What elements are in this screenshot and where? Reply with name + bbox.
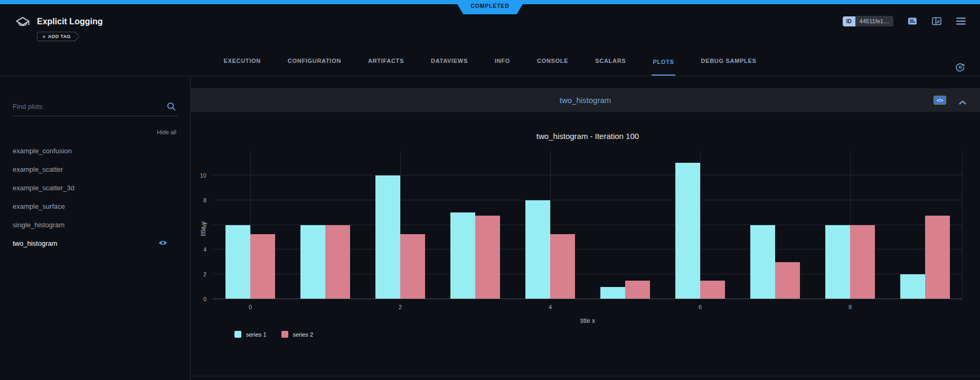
- plus-icon: +: [42, 33, 46, 40]
- bar-group-6: 6: [663, 151, 738, 299]
- add-tag-label: ADD TAG: [48, 34, 71, 39]
- bar-series2-x9[interactable]: [925, 216, 950, 299]
- y-tick-label: 6: [203, 222, 206, 228]
- details-panel-icon[interactable]: [931, 16, 942, 26]
- bar-group-5: [588, 151, 663, 299]
- sidebar-item-label: two_histogram: [13, 239, 58, 247]
- bar-series1-x7[interactable]: [750, 225, 775, 300]
- x-tick-label: 4: [549, 304, 552, 310]
- y-tick-label: 4: [203, 246, 206, 253]
- bar-series2-x1[interactable]: [325, 225, 350, 300]
- bar-series2-x0[interactable]: [250, 234, 275, 299]
- sidebar-item-two_histogram[interactable]: two_histogram: [0, 234, 190, 253]
- hide-all-button[interactable]: Hide all: [157, 129, 176, 135]
- bar-group-4: 4: [513, 151, 588, 299]
- experiment-id[interactable]: ID 44511fe1…: [843, 16, 893, 26]
- bar-group-8: 8: [813, 151, 888, 299]
- tab-info[interactable]: INFO: [494, 58, 511, 76]
- status-badge: COMPLETED: [455, 0, 525, 14]
- legend-label: series 1: [246, 331, 267, 338]
- chart-title: two_histogram - Iteration 100: [213, 132, 963, 141]
- y-tick-label: 0: [203, 296, 206, 302]
- sidebar-item-example_scatter[interactable]: example_scatter: [0, 160, 190, 179]
- sidebar-item-label: example_scatter: [13, 165, 63, 173]
- tab-dataviews[interactable]: DATAVIEWS: [430, 58, 469, 76]
- sidebar-item-label: example_surface: [13, 202, 65, 210]
- legend-item-series1[interactable]: series 1: [234, 331, 267, 338]
- bar-group-1: [288, 151, 363, 299]
- bar-series2-x4[interactable]: [550, 234, 575, 299]
- bar-group-7: [738, 151, 813, 299]
- plot-panel-title: two_histogram: [560, 96, 611, 105]
- tab-artifacts[interactable]: ARTIFACTS: [367, 58, 405, 76]
- legend-label: series 2: [293, 331, 314, 338]
- x-tick-label: 0: [249, 304, 252, 310]
- bar-groups: 02468: [213, 151, 963, 299]
- bar-series2-x8[interactable]: [850, 225, 875, 300]
- gridline-vertical: [700, 151, 701, 299]
- y-tick-label: 10: [200, 172, 206, 179]
- legend-swatch: [234, 331, 241, 338]
- plot-panel-header: two_histogram </>: [191, 88, 980, 112]
- sidebar-item-label: example_scatter_3d: [13, 184, 74, 192]
- bar-series1-x1[interactable]: [300, 225, 325, 300]
- tab-plots[interactable]: PLOTS: [652, 59, 675, 76]
- bar-series1-x0[interactable]: [225, 225, 250, 300]
- bar-series2-x7[interactable]: [775, 262, 800, 299]
- bar-series1-x9[interactable]: [900, 274, 925, 299]
- bar-group-2: 2: [363, 151, 438, 299]
- embed-code-icon[interactable]: </>: [934, 96, 946, 105]
- id-badge: ID: [843, 16, 855, 26]
- menu-icon[interactable]: [956, 17, 966, 25]
- bar-group-9: [888, 151, 963, 299]
- bar-series1-x6[interactable]: [675, 163, 700, 299]
- tab-scalars[interactable]: SCALARS: [594, 58, 627, 76]
- comments-icon[interactable]: [907, 16, 918, 26]
- bar-group-3: [438, 151, 513, 299]
- tab-execution[interactable]: EXECUTION: [222, 58, 261, 76]
- eye-icon[interactable]: [158, 239, 167, 248]
- chart-legend: series 1series 2: [234, 331, 313, 338]
- bar-series2-x2[interactable]: [400, 234, 425, 299]
- x-tick-label: 2: [399, 304, 402, 310]
- bar-series2-x6[interactable]: [700, 281, 725, 299]
- bar-series1-x2[interactable]: [375, 175, 400, 299]
- gridline-horizontal: [213, 175, 963, 175]
- legend-item-series2[interactable]: series 2: [281, 331, 314, 338]
- sidebar-item-example_confusion[interactable]: example_confusion: [0, 142, 190, 160]
- plots-sidebar: Hide all example_confusionexample_scatte…: [0, 76, 191, 380]
- bar-series1-x3[interactable]: [450, 212, 475, 299]
- bar-series2-x3[interactable]: [475, 216, 500, 299]
- tab-bar: EXECUTIONCONFIGURATIONARTIFACTSDATAVIEWS…: [0, 47, 980, 76]
- sidebar-item-single_histogram[interactable]: single_histogram: [0, 216, 190, 234]
- experiment-title: Explicit Logging: [37, 17, 102, 26]
- bar-series1-x4[interactable]: [525, 200, 550, 299]
- plot-area: title y 02468 0246810: [213, 151, 963, 299]
- panel-bottom-divider: [191, 376, 980, 376]
- gridline-horizontal: [213, 200, 963, 200]
- y-tick-label: 8: [203, 197, 206, 203]
- bar-group-0: 0: [213, 151, 288, 299]
- x-tick-label: 6: [699, 304, 702, 310]
- sidebar-item-label: example_confusion: [13, 147, 72, 155]
- tab-configuration[interactable]: CONFIGURATION: [287, 58, 342, 76]
- y-tick-label: 2: [203, 271, 206, 277]
- plot-panel: two_histogram </> two_histogram - Iterat…: [191, 76, 980, 380]
- sidebar-item-example_scatter_3d[interactable]: example_scatter_3d: [0, 179, 190, 197]
- bar-series2-x5[interactable]: [625, 281, 650, 299]
- search-icon[interactable]: [166, 101, 176, 114]
- tab-console[interactable]: CONSOLE: [536, 58, 569, 76]
- search-input[interactable]: [13, 98, 155, 110]
- sidebar-item-example_surface[interactable]: example_surface: [0, 197, 190, 216]
- add-tag-button[interactable]: + ADD TAG: [37, 32, 80, 41]
- x-axis-line: [213, 299, 963, 299]
- sidebar-item-label: single_histogram: [13, 221, 64, 229]
- x-axis-label: title x: [213, 317, 963, 325]
- bar-series1-x8[interactable]: [825, 225, 850, 300]
- experiment-logo-icon: [15, 15, 31, 33]
- plot-list: example_confusionexample_scatterexample_…: [0, 142, 190, 253]
- bar-series1-x5[interactable]: [600, 287, 625, 299]
- auto-refresh-icon[interactable]: [955, 62, 965, 374]
- tab-debug-samples[interactable]: DEBUG SAMPLES: [700, 58, 758, 76]
- legend-swatch: [281, 331, 288, 338]
